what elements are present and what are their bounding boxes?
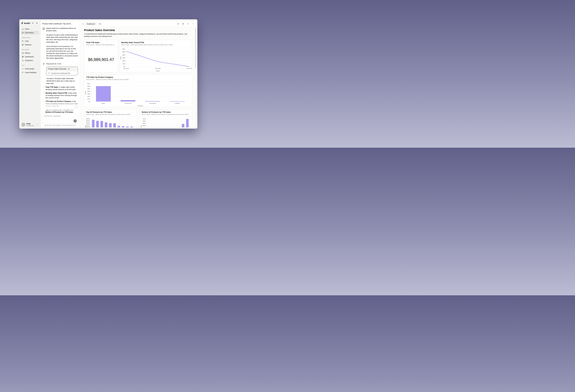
svg-text:$300: $300 bbox=[143, 127, 146, 127]
svg-text:Feb 2025: Feb 2025 bbox=[155, 68, 161, 69]
dashboard-scrollbar[interactable] bbox=[195, 28, 196, 68]
bottom10-products-chart: $0$100$200$300$400$500$600$700Sales bbox=[141, 117, 192, 127]
svg-text:$700: $700 bbox=[143, 118, 146, 120]
svg-text:Sales: Sales bbox=[85, 91, 86, 94]
collections-icon bbox=[22, 60, 24, 62]
sidebar-item-home[interactable]: Home bbox=[21, 27, 39, 31]
dashboard-artifact-card[interactable]: Product Sales Overview v1 Created new da… bbox=[46, 67, 78, 75]
sidebar-item-dashboards[interactable]: Dashboards bbox=[21, 55, 39, 59]
assistant-bullet: YTD Sales by Product Category: A bar cha… bbox=[44, 100, 78, 107]
assistant-bullet: Total YTD Sales: A single-value metric s… bbox=[44, 86, 78, 91]
svg-text:$250K: $250K bbox=[86, 124, 90, 125]
brand-row: buster bbox=[21, 21, 39, 27]
svg-text:Mar 2025: Mar 2025 bbox=[187, 68, 192, 69]
svg-text:$7M: $7M bbox=[88, 83, 90, 84]
chevrons-right-icon[interactable] bbox=[82, 23, 84, 25]
sidebar-item-collections[interactable]: Collections bbox=[21, 59, 39, 62]
plus-icon bbox=[22, 68, 24, 70]
share-icon[interactable] bbox=[182, 23, 184, 25]
dashboard-header-actions bbox=[177, 23, 194, 25]
ai-disclaimer: Our AI may make mistakes. Check importan… bbox=[42, 124, 78, 127]
chat-input[interactable] bbox=[43, 114, 78, 120]
dashboard-title: Product Sales Overview bbox=[84, 29, 192, 32]
sidebar-item-logs[interactable]: Logs bbox=[21, 39, 39, 43]
svg-text:$6M: $6M bbox=[123, 48, 125, 50]
plus-icon[interactable] bbox=[187, 23, 189, 25]
caret-down-icon: ▾ bbox=[29, 49, 29, 50]
svg-text:Sales: Sales bbox=[85, 125, 86, 127]
card-title: Total YTD Sales bbox=[86, 42, 116, 44]
svg-text:$3M: $3M bbox=[123, 57, 125, 59]
flag-icon bbox=[22, 71, 24, 73]
sidebar-item-chat-history[interactable]: Chat history bbox=[21, 31, 39, 35]
composer bbox=[42, 114, 78, 124]
dashboard-tabs: DashboardFile bbox=[85, 22, 103, 25]
chat-messages[interactable]: CH please build me a dashboard about our… bbox=[41, 27, 80, 114]
dashboard-description: A comprehensive dashboard showing year-t… bbox=[84, 33, 192, 38]
sidebar-item-datasets[interactable]: Datasets bbox=[21, 43, 39, 46]
new-chat-button[interactable] bbox=[35, 21, 39, 25]
assistant-intro: I’ve built a “Product Sales Overview” da… bbox=[46, 77, 78, 85]
ellipsis-icon[interactable] bbox=[192, 23, 194, 25]
send-button[interactable] bbox=[73, 119, 77, 122]
svg-text:Category: Category bbox=[138, 105, 143, 107]
dashboard-header: DashboardFile bbox=[80, 21, 196, 27]
artifact-status: Created new dashboard file bbox=[51, 72, 70, 74]
dashboard-panel: DashboardFile Product Sales Overview A c… bbox=[80, 21, 196, 127]
home-icon bbox=[22, 28, 24, 30]
sidebar-item-leave-feedback[interactable]: Leave feedback bbox=[21, 70, 39, 74]
dashboard-row-2: YTD Sales by Product Category Year to da… bbox=[84, 75, 192, 107]
settings-gear-icon[interactable] bbox=[32, 22, 34, 24]
svg-text:Sales: Sales bbox=[120, 56, 121, 60]
chevron-down-icon bbox=[75, 106, 77, 108]
folder-icon[interactable] bbox=[177, 23, 179, 25]
datasets-icon bbox=[22, 44, 24, 46]
svg-text:Bikes: Bikes bbox=[102, 102, 105, 104]
chat-history-icon bbox=[22, 32, 24, 34]
dashboards-icon bbox=[22, 56, 24, 58]
svg-text:$2M: $2M bbox=[88, 95, 90, 97]
svg-text:$300K: $300K bbox=[86, 122, 90, 123]
category-sales-card[interactable]: YTD Sales by Product Category Year to da… bbox=[84, 75, 192, 107]
dashboard-row-3: Top 10 Products by YTD Sales Year to dat… bbox=[84, 110, 192, 127]
section-title-admin-tools[interactable]: Admin tools▾ bbox=[22, 37, 38, 38]
tab-dashboard[interactable]: Dashboard bbox=[85, 22, 96, 25]
sidebar-sections: Admin tools▾LogsDatasetsYour stuff▾Metri… bbox=[21, 35, 39, 74]
chat-menu-ellipsis-icon[interactable] bbox=[76, 23, 78, 25]
svg-text:$3M: $3M bbox=[88, 93, 90, 94]
sidebar: buster HomeChat history Admin tools▾Logs… bbox=[19, 19, 40, 129]
card-subtitle: Year to date · What are product sales by… bbox=[86, 79, 190, 80]
sidebar-item-metrics[interactable]: Metrics bbox=[21, 51, 39, 55]
section-title-your-stuff[interactable]: Your stuff▾ bbox=[22, 49, 38, 50]
card-title: YTD Sales by Product Category bbox=[86, 76, 190, 78]
tab-file[interactable]: File bbox=[97, 22, 103, 25]
sidebar-item-invite-people[interactable]: Invite people bbox=[21, 67, 39, 70]
section-title-try[interactable]: Try▾ bbox=[22, 65, 38, 66]
user-menu[interactable]: CH Chad chad@buster.so bbox=[21, 122, 39, 127]
card-subtitle: Year to date · What are the bottom 10 pr… bbox=[142, 114, 190, 115]
scroll-to-bottom-button[interactable] bbox=[74, 105, 78, 108]
svg-text:$2M: $2M bbox=[123, 60, 125, 62]
caret-down-icon: ▾ bbox=[24, 65, 25, 66]
svg-text:$1M: $1M bbox=[123, 63, 125, 64]
svg-text:Jan 2025: Jan 2025 bbox=[123, 68, 129, 69]
brand-name: buster bbox=[24, 22, 31, 24]
card-title: Bottom 10 Products by YTD Sales bbox=[142, 111, 190, 113]
top10-products-chart: $0$50K$100K$150K$200K$250K$300K$350K$400… bbox=[85, 117, 136, 127]
chat-title: Product Sales Dashboard: Top and Bottom … bbox=[42, 23, 72, 25]
user-message: CH please build me a dashboard about our… bbox=[42, 27, 78, 61]
total-ytd-sales-card[interactable]: Total YTD Sales Year to date · What are … bbox=[84, 40, 118, 72]
svg-text:$0: $0 bbox=[89, 101, 90, 102]
compose-icon bbox=[36, 22, 38, 24]
svg-text:$4M: $4M bbox=[123, 54, 125, 56]
monthly-sales-trend-card[interactable]: Monthly Sales Trend (YTD) Year to date ·… bbox=[119, 40, 192, 72]
top10-products-card[interactable]: Top 10 Products by YTD Sales Year to dat… bbox=[84, 110, 136, 127]
dashboard-scroll-area[interactable]: Product Sales Overview A comprehensive d… bbox=[80, 27, 196, 127]
assistant-reasoned-row: Reasoned for 3 min bbox=[42, 62, 78, 65]
card-title: Top 10 Products by YTD Sales bbox=[86, 111, 134, 113]
arrow-up-icon bbox=[74, 120, 76, 122]
user-message-text: please build me a dashboard about our pr… bbox=[46, 27, 78, 61]
svg-text:$4M: $4M bbox=[88, 91, 90, 92]
dashboard-row-1: Total YTD Sales Year to date · What are … bbox=[84, 40, 192, 72]
bottom10-products-card[interactable]: Bottom 10 Products by YTD Sales Year to … bbox=[140, 110, 192, 127]
